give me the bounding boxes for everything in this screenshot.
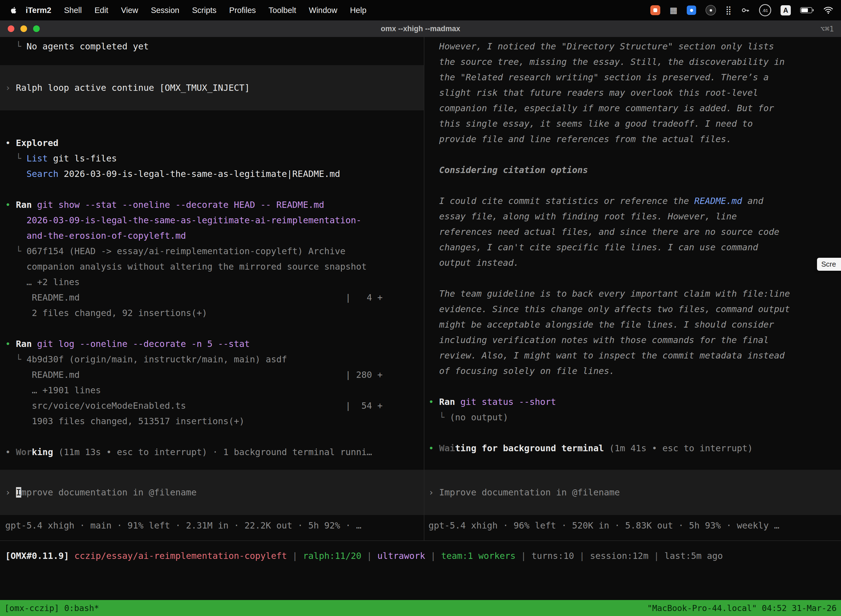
terminal-line: 1903 files changed, 513517 insertions(+): [0, 414, 424, 429]
terminal-line: [424, 378, 841, 394]
terminal-line: Considering citation options: [424, 162, 841, 178]
screen-record-icon[interactable]: [651, 5, 660, 15]
terminal-line: [OMX#0.11.9] cczip/essay/ai-reimplementa…: [0, 548, 841, 563]
terminal-line: However, I noticed the "Directory Struct…: [424, 39, 841, 54]
close-button[interactable]: [8, 25, 14, 32]
terminal-line: • Working (11m 13s • esc to interrupt) ·…: [0, 444, 424, 460]
zoom-button[interactable]: [33, 25, 40, 32]
terminal-line: [424, 147, 841, 162]
terminal-line: › Ralph loop active continue [OMX_TMUX_I…: [0, 80, 424, 95]
model-status-left: gpt-5.4 xhigh · main · 91% left · 2.31M …: [0, 518, 424, 533]
terminal-line: of focusing solely on file lines.: [424, 363, 841, 378]
dark-app-icon[interactable]: [706, 5, 716, 15]
terminal-line: … +2 lines: [0, 274, 424, 290]
left-transcript: • Explored └ List git ls-files Search 20…: [0, 135, 424, 460]
battery-icon[interactable]: [800, 7, 814, 14]
traffic-lights: [0, 25, 40, 32]
right-transcript: However, I noticed the "Directory Struct…: [424, 39, 841, 456]
tmux-host-time: "MacBook-Pro-44.local" 04:52 31-Mar-26: [647, 603, 837, 613]
terminal-line: [0, 429, 424, 444]
omx-status-line: [OMX#0.11.9] cczip/essay/ai-reimplementa…: [0, 548, 841, 563]
omx-status-bar: [OMX#0.11.9] cczip/essay/ai-reimplementa…: [0, 540, 841, 600]
terminal-line: companion file, especially if more comme…: [424, 100, 841, 116]
input-source-letter: A: [783, 6, 788, 14]
menu-item-shell[interactable]: Shell: [58, 6, 88, 15]
menu-items: iTerm2ShellEditViewSessionScriptsProfile…: [19, 6, 373, 15]
terminal-line: • Ran git show --stat --oneline --decora…: [0, 197, 424, 213]
terminal-line: and-the-erosion-of-copyleft.md: [0, 228, 424, 243]
terminal-line: • Ran git log --oneline --decorate -n 5 …: [0, 336, 424, 352]
terminal-line: [424, 270, 841, 286]
terminal-line: src/voice/voiceModeEnabled.ts | 54 +: [0, 398, 424, 414]
terminal-line: • Waiting for background terminal (1m 41…: [424, 440, 841, 456]
prompt-input-right[interactable]: › Improve documentation in @filename: [424, 470, 841, 515]
menu-item-toolbelt[interactable]: Toolbelt: [262, 6, 302, 15]
dots-grid-icon[interactable]: ⣿: [725, 5, 731, 15]
menu-item-session[interactable]: Session: [145, 6, 186, 15]
terminal-line: changes, I can't cite specific file line…: [424, 239, 841, 255]
terminal-line: provide file and line references from th…: [424, 131, 841, 147]
terminal-line: [424, 178, 841, 193]
input-source-icon[interactable]: A: [781, 5, 791, 15]
terminal-line: references need actual files, and since …: [424, 224, 841, 239]
terminal-line: this single essay, it seems like a good …: [424, 116, 841, 131]
terminal-pane-right[interactable]: However, I noticed the "Directory Struct…: [424, 37, 841, 540]
minimize-button[interactable]: [21, 25, 27, 32]
terminal-line: └ No agents completed yet: [0, 39, 424, 54]
terminal-line: might be acceptable alongside the file l…: [424, 317, 841, 332]
window-title-bar[interactable]: omx --xhigh --madmax ⌥⌘1: [0, 21, 841, 37]
terminal-line: output instead.: [424, 255, 841, 270]
menu-item-scripts[interactable]: Scripts: [186, 6, 223, 15]
terminal-line: the "Related research writing" section i…: [424, 70, 841, 85]
blue-app-icon[interactable]: [687, 6, 696, 15]
terminal-line: 2026-03-09-is-legal-the-same-as-legitima…: [0, 213, 424, 228]
menu-item-view[interactable]: View: [114, 6, 144, 15]
apple-menu-icon[interactable]: [9, 6, 18, 15]
menu-item-edit[interactable]: Edit: [88, 6, 114, 15]
terminal-line: 2 files changed, 92 insertions(+): [0, 305, 424, 321]
menu-item-help[interactable]: Help: [343, 6, 373, 15]
terminal-line: Search 2026-03-09-is-legal-the-same-as-l…: [0, 166, 424, 182]
terminal-area: └ No agents completed yet › Ralph loop a…: [0, 37, 841, 540]
menu-item-iterm2[interactable]: iTerm2: [19, 6, 58, 15]
terminal-line: companion analysis without altering the …: [0, 259, 424, 274]
terminal-line: • Explored: [0, 135, 424, 151]
screen-share-tab[interactable]: Scre: [817, 258, 841, 271]
menu-bar-status: ▦ ⣿ .61 A: [651, 4, 833, 16]
terminal-line: [424, 425, 841, 440]
inject-banner: › Ralph loop active continue [OMX_TMUX_I…: [0, 65, 424, 110]
key-icon[interactable]: [741, 6, 750, 15]
terminal-line: README.md | 4 +: [0, 290, 424, 305]
wifi-icon[interactable]: [823, 6, 833, 14]
cpu-gauge-icon[interactable]: .61: [759, 4, 771, 16]
terminal-line: › Improve documentation in @filename: [0, 485, 424, 500]
terminal-line: └ List git ls-files: [0, 151, 424, 166]
prompt-input-left[interactable]: › Improve documentation in @filename: [0, 470, 424, 515]
window-shortcut-hint: ⌥⌘1: [820, 25, 841, 33]
menu-item-window[interactable]: Window: [302, 6, 343, 15]
terminal-line: essay file, along with finding root file…: [424, 209, 841, 224]
terminal-line: the source tree, missing the essay. Stil…: [424, 54, 841, 70]
tmux-status-bar: [omx-cczip] 0:bash* "MacBook-Pro-44.loca…: [0, 600, 841, 616]
agents-note: └ No agents completed yet: [0, 39, 424, 54]
grid-app-icon[interactable]: ▦: [670, 5, 677, 15]
terminal-line: [0, 321, 424, 336]
terminal-line: └ (no output): [424, 409, 841, 425]
terminal-line: slight risk that future readers may over…: [424, 85, 841, 100]
menu-item-profiles[interactable]: Profiles: [223, 6, 262, 15]
terminal-line: › Improve documentation in @filename: [424, 485, 841, 500]
terminal-pane-left[interactable]: └ No agents completed yet › Ralph loop a…: [0, 37, 424, 540]
terminal-line: I could cite commit statistics or refere…: [424, 193, 841, 209]
model-status-right: gpt-5.4 xhigh · 96% left · 520K in · 5.8…: [424, 518, 841, 533]
cpu-gauge-value: .61: [762, 8, 768, 13]
terminal-line: The team guideline is to back every impo…: [424, 286, 841, 301]
terminal-line: including verification notes with those …: [424, 332, 841, 348]
terminal-line: [0, 182, 424, 197]
terminal-line: review. Also, I might want to inspect th…: [424, 348, 841, 363]
terminal-line: └ 4b9d30f (origin/main, instructkr/main,…: [0, 352, 424, 367]
tmux-session-info: [omx-cczip] 0:bash*: [4, 603, 99, 613]
window-title: omx --xhigh --madmax: [0, 25, 841, 33]
terminal-line: • Ran git status --short: [424, 394, 841, 409]
terminal-line: └ 067f154 (HEAD -> essay/ai-reimplementa…: [0, 243, 424, 259]
terminal-line: … +1901 lines: [0, 383, 424, 398]
